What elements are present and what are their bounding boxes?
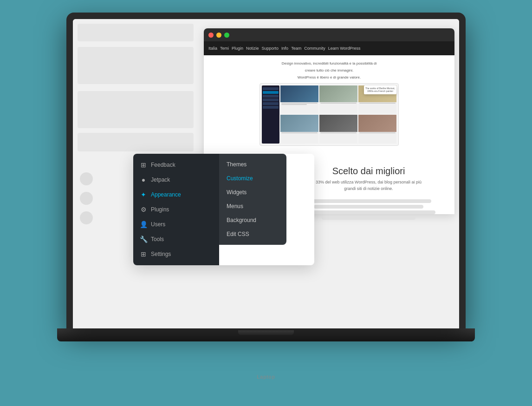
jetpack-label: Jetpack (151, 177, 170, 183)
circle-2 (80, 192, 93, 205)
chosen-bar-1 (306, 199, 431, 203)
laptop-container: Italia Temi Plugin Notizie Supporto Info… (57, 13, 475, 393)
themes-sidebar-item-4 (263, 102, 279, 105)
nav-item-community[interactable]: Community (304, 46, 325, 51)
nav-item-notizie[interactable]: Notizie (246, 46, 259, 51)
theme-img-4 (280, 115, 318, 132)
nav-item-learn[interactable]: Learn WordPress (328, 46, 361, 51)
theme-text-4 (280, 132, 318, 144)
theme-card-5 (319, 115, 357, 144)
bg-block-4 (78, 133, 194, 151)
browser-close-btn[interactable] (208, 33, 214, 38)
submenu-background-label: Background (227, 217, 256, 223)
nav-item-supporto[interactable]: Supporto (262, 46, 279, 51)
laptop-label: Laptop (257, 374, 275, 380)
browser-text-1: Design innovativo, incredibili funzional… (209, 61, 449, 66)
browser-minimize-btn[interactable] (216, 33, 221, 38)
theme-text-5 (319, 132, 357, 144)
settings-icon: ⊞ (140, 250, 147, 258)
theme-card-4 (280, 115, 318, 144)
users-icon: 👤 (140, 221, 147, 228)
nav-item-info[interactable]: Info (281, 46, 288, 51)
nav-item-plugin[interactable]: Plugin (232, 46, 243, 51)
themes-sidebar-item-2 (263, 95, 279, 98)
theme-img-6 (358, 115, 396, 132)
theme-text-2 (319, 102, 357, 114)
theme-text-1 (280, 102, 318, 114)
sidebar-item-settings[interactable]: ⊞ Settings (133, 247, 219, 262)
theme-line-2 (281, 104, 307, 105)
wp-submenu: Themes Customize Widgets Menus (219, 154, 286, 245)
bg-block-3 (78, 91, 194, 128)
submenu-menus-label: Menus (227, 203, 243, 210)
wp-admin-card: ⊞ Feedback ● Jetpack ✦ Appearance (133, 154, 314, 265)
theme-line (281, 103, 318, 104)
laptop-base (57, 328, 475, 341)
submenu-background[interactable]: Background (219, 213, 286, 227)
themes-sidebar-item-3 (263, 98, 279, 101)
themes-screenshot: The works of Berthe Morisot, 1800s-era F… (260, 83, 399, 146)
laptop-hinge (238, 330, 294, 335)
theme-line-4 (359, 103, 396, 104)
users-label: Users (151, 221, 165, 228)
nav-item-italia[interactable]: Italia (208, 46, 217, 51)
themes-sidebar (262, 85, 279, 144)
chosen-bar-4 (322, 216, 416, 220)
bg-block-2 (78, 47, 194, 84)
feedback-icon: ⊞ (140, 161, 147, 169)
theme-img-1 (280, 85, 318, 103)
submenu-themes[interactable]: Themes (219, 157, 286, 171)
feedback-label: Feedback (151, 162, 175, 168)
submenu-customize[interactable]: Customize (219, 171, 286, 185)
wp-sidebar: ⊞ Feedback ● Jetpack ✦ Appearance (133, 154, 219, 265)
tools-label: Tools (151, 236, 164, 242)
appearance-icon: ✦ (140, 191, 147, 198)
themes-sidebar-item-active (263, 91, 279, 94)
browser-text-3: WordPress è libero e di grande valore. (209, 75, 449, 80)
theme-line-7 (359, 132, 396, 133)
theme-line-5 (281, 132, 318, 133)
theme-img-2 (319, 85, 357, 103)
themes-sidebar-item-5 (263, 106, 279, 109)
themes-sidebar-item-1 (263, 87, 279, 90)
submenu-themes-label: Themes (227, 161, 247, 168)
sidebar-item-tools[interactable]: 🔧 Tools (133, 232, 219, 247)
submenu-widgets-label: Widgets (227, 189, 247, 196)
theme-line-6 (320, 132, 357, 133)
theme-img-5 (319, 115, 357, 132)
appearance-label: Appearance (151, 191, 181, 198)
laptop-screen: Italia Temi Plugin Notizie Supporto Info… (73, 19, 459, 328)
sidebar-item-appearance[interactable]: ✦ Appearance (133, 187, 219, 202)
theme-card-6 (358, 115, 396, 144)
sidebar-item-feedback[interactable]: ⊞ Feedback (133, 157, 219, 172)
left-circles (80, 172, 93, 231)
chosen-bar-3 (302, 210, 435, 214)
jetpack-icon: ● (140, 176, 147, 183)
submenu-menus[interactable]: Menus (219, 199, 286, 213)
wp-admin-inner: ⊞ Feedback ● Jetpack ✦ Appearance (133, 154, 314, 265)
browser-navbar: Italia Temi Plugin Notizie Supporto Info… (204, 41, 454, 55)
bg-block-1 (78, 24, 194, 41)
theme-card-1 (280, 85, 318, 114)
sidebar-item-users[interactable]: 👤 Users (133, 217, 219, 232)
submenu-edit-css[interactable]: Edit CSS (219, 227, 286, 241)
nav-item-temi[interactable]: Temi (220, 46, 229, 51)
tools-icon: 🔧 (140, 236, 147, 243)
plugins-label: Plugins (151, 206, 169, 213)
browser-maximize-btn[interactable] (224, 33, 229, 38)
nav-item-team[interactable]: Team (291, 46, 301, 51)
submenu-customize-label: Customize (227, 175, 253, 182)
laptop-screen-shell: Italia Temi Plugin Notizie Supporto Info… (66, 13, 466, 328)
themes-overlay-text-1: The works of Berthe Morisot, 1800s-era F… (365, 87, 395, 93)
sidebar-item-jetpack[interactable]: ● Jetpack (133, 172, 219, 187)
browser-text-2: creare tutto ciò che immagini. (209, 68, 449, 73)
browser-body: Design innovativo, incredibili funzional… (204, 55, 454, 154)
submenu-widgets[interactable]: Widgets (219, 185, 286, 199)
theme-text-3 (358, 102, 396, 114)
plugins-icon: ⚙ (140, 206, 147, 213)
browser-titlebar (204, 28, 454, 41)
theme-text-6 (358, 132, 396, 144)
theme-card-2 (319, 85, 357, 114)
sidebar-item-plugins[interactable]: ⚙ Plugins (133, 202, 219, 217)
theme-line-3 (320, 103, 357, 104)
